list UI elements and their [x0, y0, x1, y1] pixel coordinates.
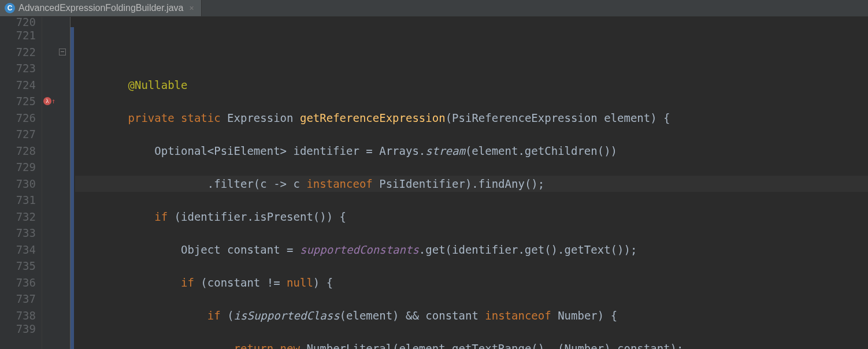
- lambda-icon[interactable]: λ: [43, 97, 51, 105]
- code-text: (constant !=: [201, 276, 287, 289]
- code-text: .filter(c -> c: [128, 177, 307, 190]
- code-text: Number) {: [558, 309, 617, 322]
- code-text: Expression: [227, 112, 300, 124]
- code-text: instanceof: [306, 177, 379, 190]
- code-text: (element.getChildren()): [465, 144, 617, 157]
- code-text: [128, 210, 155, 223]
- line-number: 735: [0, 258, 36, 274]
- code-editor[interactable]: 720 721 722 723 724 725 726 727 728 729 …: [0, 17, 868, 349]
- close-icon[interactable]: ×: [190, 3, 194, 13]
- line-number: 721: [0, 27, 36, 44]
- line-number: 722: [0, 44, 36, 61]
- fold-gutter: [55, 17, 71, 349]
- code-text: (: [227, 309, 233, 322]
- gutter-icon-strip: λ ↑: [42, 17, 55, 349]
- line-number: 736: [0, 274, 36, 291]
- code-text: .get(identifier.get().getText());: [419, 243, 637, 256]
- code-text: supportedConstants: [300, 243, 419, 256]
- code-text: ) {: [313, 276, 333, 289]
- line-number: 730: [0, 176, 36, 192]
- tab-label: AdvancedExpressionFoldingBuilder.java: [18, 3, 184, 13]
- line-number: 739: [0, 324, 36, 334]
- code-text: if: [154, 210, 174, 223]
- code-text: NumberLiteral(element.getTextRange(), (N…: [306, 342, 683, 350]
- java-class-icon: C: [5, 3, 15, 13]
- line-number: 731: [0, 192, 36, 209]
- line-number: 734: [0, 242, 36, 258]
- code-text: PsiIdentifier).findAny();: [379, 177, 544, 190]
- code-area[interactable]: @Nullable private static Expression getR…: [71, 17, 868, 349]
- code-text: [128, 309, 207, 322]
- line-number: 720: [0, 17, 36, 27]
- fold-toggle-icon[interactable]: [59, 49, 66, 55]
- change-marker: [71, 27, 74, 349]
- tab-bar: C AdvancedExpressionFoldingBuilder.java …: [0, 0, 868, 17]
- code-text: (identifier.isPresent()) {: [175, 210, 346, 223]
- line-number: 724: [0, 77, 36, 94]
- line-number: 733: [0, 225, 36, 242]
- code-text: instanceof: [485, 309, 558, 322]
- line-number: 732: [0, 209, 36, 225]
- code-text: [128, 276, 181, 289]
- code-text: Optional<PsiElement> identifier = Arrays…: [128, 144, 426, 157]
- line-number: 727: [0, 126, 36, 143]
- line-number: 725: [0, 93, 36, 110]
- line-number: 738: [0, 307, 36, 324]
- code-text: getReferenceExpression: [300, 112, 446, 124]
- line-number: 729: [0, 159, 36, 176]
- code-text: Object constant =: [128, 243, 300, 256]
- code-text: if: [181, 276, 201, 289]
- line-number: 723: [0, 60, 36, 77]
- line-number-gutter: 720 721 722 723 724 725 726 727 728 729 …: [0, 17, 42, 349]
- line-number: 728: [0, 143, 36, 159]
- code-text: (element) && constant: [340, 309, 485, 322]
- code-text: [128, 342, 234, 350]
- line-number: 726: [0, 110, 36, 127]
- code-text: @Nullable: [128, 79, 188, 91]
- code-text: static: [181, 112, 227, 124]
- code-text: (PsiReferenceExpression element) {: [446, 112, 670, 124]
- editor-tab[interactable]: C AdvancedExpressionFoldingBuilder.java …: [0, 0, 202, 16]
- code-text: if: [207, 309, 227, 322]
- code-text: null: [287, 276, 313, 289]
- line-number: 737: [0, 291, 36, 307]
- code-text: stream: [425, 144, 465, 157]
- code-text: isSupportedClass: [234, 309, 340, 322]
- code-text: private: [128, 112, 181, 124]
- code-text: return new: [234, 342, 307, 350]
